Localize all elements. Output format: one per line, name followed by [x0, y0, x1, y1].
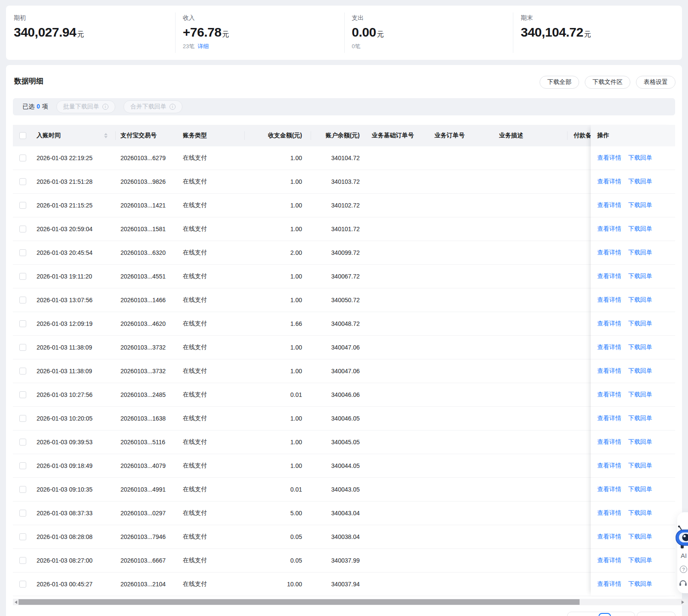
select-all-checkbox[interactable]: [19, 132, 26, 139]
view-detail-link[interactable]: 查看详情: [597, 178, 621, 186]
view-detail-link[interactable]: 查看详情: [597, 201, 621, 209]
cell-balance: 340102.72: [302, 194, 360, 217]
view-detail-link[interactable]: 查看详情: [597, 225, 621, 233]
header-buttons: 下载全部 下载文件区 表格设置: [540, 76, 676, 89]
row-checkbox[interactable]: [19, 581, 26, 588]
cell-biz-desc: [495, 194, 559, 217]
summary-closing: 期末 340,104.72元: [513, 6, 682, 60]
scrollbar-thumb[interactable]: [19, 599, 580, 605]
merge-download-receipt-button[interactable]: 合并下载回单: [123, 100, 182, 113]
row-checkbox[interactable]: [19, 249, 26, 256]
table-row: 2026-01-03 22:19:25 20260103...6279 在线支付…: [13, 146, 675, 170]
row-checkbox[interactable]: [19, 344, 26, 351]
view-detail-link[interactable]: 查看详情: [597, 272, 621, 280]
download-receipt-link[interactable]: 下载回单: [628, 486, 652, 493]
horizontal-scrollbar[interactable]: [13, 599, 686, 605]
view-detail-link[interactable]: 查看详情: [597, 557, 621, 564]
download-filezone-button[interactable]: 下载文件区: [585, 76, 630, 89]
cell-type: 在线支付: [180, 217, 240, 241]
view-detail-link[interactable]: 查看详情: [597, 391, 621, 399]
view-detail-link[interactable]: 查看详情: [597, 367, 621, 375]
download-receipt-link[interactable]: 下载回单: [628, 225, 652, 233]
row-checkbox[interactable]: [19, 486, 26, 493]
row-checkbox[interactable]: [19, 226, 26, 232]
row-checkbox[interactable]: [19, 557, 26, 564]
view-detail-link[interactable]: 查看详情: [597, 154, 621, 162]
row-actions: 查看详情 下载回单: [591, 454, 675, 478]
row-checkbox[interactable]: [19, 273, 26, 280]
pagination-page-size[interactable]: [637, 612, 676, 616]
row-checkbox[interactable]: [19, 202, 26, 209]
row-checkbox[interactable]: [19, 415, 26, 422]
view-detail-link[interactable]: 查看详情: [597, 509, 621, 517]
help-icon[interactable]: [680, 566, 687, 573]
download-receipt-link[interactable]: 下载回单: [628, 533, 652, 541]
view-detail-link[interactable]: 查看详情: [597, 438, 621, 446]
row-checkbox[interactable]: [19, 533, 26, 540]
download-receipt-link[interactable]: 下载回单: [628, 557, 652, 564]
row-checkbox[interactable]: [19, 320, 26, 327]
download-receipt-link[interactable]: 下载回单: [628, 462, 652, 470]
ai-robot-icon[interactable]: [675, 525, 688, 549]
download-receipt-link[interactable]: 下载回单: [628, 391, 652, 399]
row-checkbox[interactable]: [19, 439, 26, 446]
view-detail-link[interactable]: 查看详情: [597, 533, 621, 541]
table-row: 2026-01-03 19:11:20 20260103...4551 在线支付…: [13, 265, 675, 288]
row-checkbox[interactable]: [19, 155, 26, 161]
cell-payment: [559, 359, 591, 383]
download-receipt-link[interactable]: 下载回单: [628, 249, 652, 257]
income-detail-link[interactable]: 详细: [197, 43, 209, 50]
cell-time: 2026-01-03 00:45:27: [30, 573, 115, 596]
download-receipt-link[interactable]: 下载回单: [628, 296, 652, 304]
cell-balance: 340046.06: [302, 383, 360, 406]
row-checkbox[interactable]: [19, 462, 26, 469]
download-receipt-link[interactable]: 下载回单: [628, 438, 652, 446]
view-detail-link[interactable]: 查看详情: [597, 320, 621, 328]
table-settings-button[interactable]: 表格设置: [636, 76, 676, 89]
download-receipt-link[interactable]: 下载回单: [628, 178, 652, 186]
cell-biz-order: [430, 312, 495, 335]
download-receipt-link[interactable]: 下载回单: [628, 509, 652, 517]
download-receipt-link[interactable]: 下载回单: [628, 415, 652, 422]
cell-amount: 1.00: [240, 454, 302, 477]
download-receipt-link[interactable]: 下载回单: [628, 320, 652, 328]
table-row: 2026-01-03 08:27:00 20260103...6667 在线支付…: [13, 549, 675, 573]
scroll-left-arrow-icon[interactable]: [15, 601, 17, 604]
cell-payment: [559, 217, 591, 241]
cell-time: 2026-01-03 09:18:49: [30, 454, 115, 477]
row-checkbox[interactable]: [19, 391, 26, 398]
view-detail-link[interactable]: 查看详情: [597, 344, 621, 351]
table-row: 2026-01-03 11:38:09 20260103...3732 在线支付…: [13, 359, 675, 383]
view-detail-link[interactable]: 查看详情: [597, 249, 621, 257]
row-checkbox[interactable]: [19, 178, 26, 185]
download-receipt-link[interactable]: 下载回单: [628, 344, 652, 351]
headset-icon[interactable]: [679, 579, 688, 587]
cell-txn: 20260103...4551: [115, 265, 180, 288]
download-receipt-link[interactable]: 下载回单: [628, 201, 652, 209]
cell-biz-desc: [495, 407, 559, 430]
download-all-button[interactable]: 下载全部: [540, 76, 579, 89]
row-checkbox[interactable]: [19, 368, 26, 375]
row-actions: 查看详情 下载回单: [591, 478, 675, 501]
view-detail-link[interactable]: 查看详情: [597, 296, 621, 304]
view-detail-link[interactable]: 查看详情: [597, 415, 621, 422]
download-receipt-link[interactable]: 下载回单: [628, 580, 652, 588]
view-detail-link[interactable]: 查看详情: [597, 580, 621, 588]
page: 期初 340,027.94元 收入 +76.78元 23笔详细 支出 0.00元…: [0, 0, 688, 616]
batch-download-receipt-button[interactable]: 批量下载回单: [56, 100, 115, 113]
cell-balance: 340037.99: [302, 549, 360, 572]
view-detail-link[interactable]: 查看详情: [597, 486, 621, 493]
summary-sub: 23笔详细: [183, 43, 344, 50]
ai-label[interactable]: AI: [681, 552, 687, 559]
row-checkbox[interactable]: [19, 297, 26, 303]
scroll-right-arrow-icon[interactable]: [682, 601, 684, 604]
download-receipt-link[interactable]: 下载回单: [628, 367, 652, 375]
sort-icon[interactable]: [104, 133, 108, 138]
download-receipt-link[interactable]: 下载回单: [628, 272, 652, 280]
summary-opening: 期初 340,027.94元: [6, 6, 175, 60]
col-payment: 付款备注: [559, 125, 591, 146]
view-detail-link[interactable]: 查看详情: [597, 462, 621, 470]
pagination-current-page[interactable]: [599, 613, 611, 616]
row-checkbox[interactable]: [19, 510, 26, 517]
download-receipt-link[interactable]: 下载回单: [628, 154, 652, 162]
